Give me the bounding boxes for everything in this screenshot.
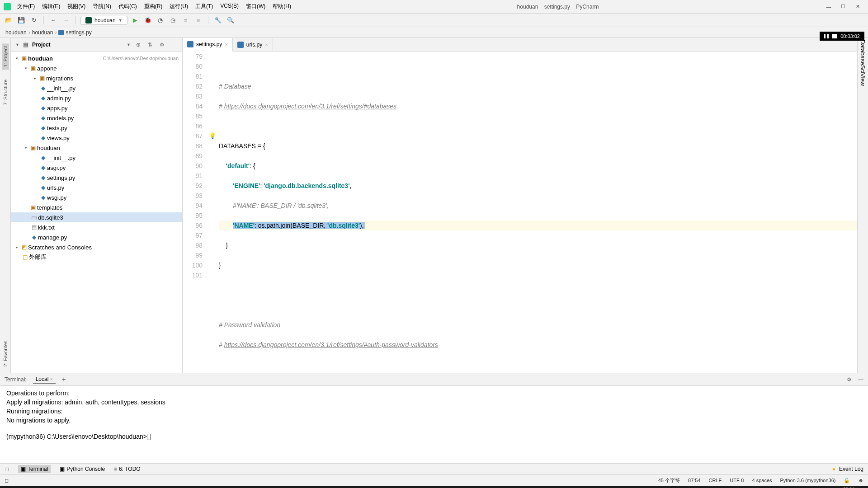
status-line-separator[interactable]: CRLF [709, 478, 722, 483]
tool-structure-button[interactable]: 7: Structure [2, 77, 9, 108]
expand-arrow-icon[interactable]: ▸ [32, 76, 38, 80]
tree-file[interactable]: ◆settings.py [11, 173, 182, 183]
tool-sciview-button[interactable]: SciView [859, 65, 866, 86]
coverage-icon[interactable]: ◔ [156, 15, 165, 25]
debug-icon[interactable]: 🐞 [143, 15, 153, 25]
editor-tab-settings[interactable]: settings.py× [183, 38, 233, 52]
tree-file[interactable]: ◆manage.py [11, 232, 182, 242]
terminal-tool-button[interactable]: ▣ Terminal [18, 465, 51, 473]
close-tab-icon[interactable]: × [50, 377, 53, 382]
run-icon[interactable]: ▶ [130, 15, 140, 25]
breadcrumb-item[interactable]: houduan [5, 29, 27, 36]
close-button[interactable]: ✕ [851, 2, 864, 11]
menu-window[interactable]: 窗口(W) [243, 2, 268, 11]
search-icon[interactable]: 🔍 [226, 15, 236, 25]
tool-database-button[interactable]: Database [859, 40, 866, 65]
tree-file[interactable]: ◆tests.py [11, 123, 182, 133]
hide-panels-icon[interactable]: ◻ [5, 466, 9, 472]
terminal-prompt[interactable]: (mypython36) C:\Users\lenovo\Desktop\hou… [6, 432, 862, 441]
status-indent[interactable]: 4 spaces [752, 478, 772, 483]
stop-icon[interactable]: ■ [193, 15, 203, 25]
forward-icon[interactable]: → [61, 15, 71, 25]
sync-icon[interactable]: ↻ [29, 15, 39, 25]
chevron-down-icon[interactable]: ▼ [127, 42, 131, 47]
tree-file[interactable]: ◆urls.py [11, 183, 182, 192]
run-config-selector[interactable]: houduan ▼ [80, 16, 127, 25]
tree-file[interactable]: ◆asgi.py [11, 163, 182, 173]
tree-folder[interactable]: ▣templates [11, 202, 182, 212]
breadcrumb-item[interactable]: settings.py [66, 29, 91, 36]
tree-external-libs[interactable]: ◫外部库 [11, 252, 182, 262]
expand-arrow-icon[interactable]: ▸ [14, 245, 20, 249]
code-content[interactable]: # Database # https://docs.djangoproject.… [217, 52, 857, 373]
tree-file[interactable]: ◆admin.py [11, 93, 182, 103]
expand-arrow-icon[interactable]: ▾ [23, 145, 29, 150]
maximize-button[interactable]: ☐ [836, 2, 850, 11]
tree-file[interactable]: ◆__init__.py [11, 83, 182, 93]
project-tree[interactable]: ▾ ▣ houduan C:\Users\lenovo\Desktop\houd… [11, 52, 182, 373]
tree-file[interactable]: ◆apps.py [11, 103, 182, 113]
tree-folder[interactable]: ▾▣houduan [11, 143, 182, 153]
hide-icon[interactable]: — [170, 42, 178, 48]
chevron-down-icon[interactable]: ▼ [15, 42, 19, 47]
menu-tools[interactable]: 工具(T) [193, 2, 216, 11]
settings-icon[interactable]: ⚙ [847, 376, 852, 383]
menu-navigate[interactable]: 导航(N) [90, 2, 114, 11]
tree-file[interactable]: ▤kkk.txt [11, 222, 182, 232]
menu-edit[interactable]: 编辑(E) [39, 2, 63, 11]
expand-arrow-icon[interactable]: ▾ [23, 66, 29, 70]
tree-file[interactable]: ◆__init__.py [11, 153, 182, 163]
new-terminal-icon[interactable]: + [62, 375, 66, 384]
todo-tool-button[interactable]: ≡ 6: TODO [114, 466, 141, 472]
breadcrumb-item[interactable]: houduan [32, 29, 53, 36]
status-encoding[interactable]: UTF-8 [730, 478, 744, 483]
tree-folder[interactable]: ▸▣migrations [11, 73, 182, 83]
close-tab-icon[interactable]: × [225, 42, 227, 47]
lock-icon[interactable]: 🔓 [844, 478, 850, 483]
terminal-output[interactable]: Operations to perform: Apply all migrati… [0, 386, 868, 463]
menu-vcs[interactable]: VCS(S) [217, 2, 241, 11]
tool-favorites-button[interactable]: 2: Favorites [2, 338, 9, 369]
tree-root[interactable]: ▾ ▣ houduan C:\Users\lenovo\Desktop\houd… [11, 53, 182, 63]
hide-icon[interactable]: — [858, 376, 863, 383]
status-caret-pos[interactable]: 87:54 [688, 478, 701, 483]
expand-icon[interactable]: ⇅ [146, 42, 154, 48]
editor-tab-urls[interactable]: urls.py× [233, 38, 273, 51]
open-icon[interactable]: 📂 [4, 15, 14, 25]
python-console-tool-button[interactable]: ▣ Python Console [60, 466, 105, 472]
stop-recording-icon[interactable] [832, 34, 837, 38]
tree-file[interactable]: ◆wsgi.py [11, 192, 182, 202]
terminal-tab-local[interactable]: Local × [33, 375, 56, 384]
ide-status-icon[interactable]: ☻ [858, 478, 863, 483]
intention-bulb-icon[interactable]: 💡 [209, 131, 216, 141]
menu-refactor[interactable]: 重构(R) [142, 2, 165, 11]
locate-icon[interactable]: ⊕ [134, 42, 142, 48]
pause-recording-icon[interactable] [824, 34, 829, 38]
concurrency-icon[interactable]: ≡ [181, 15, 191, 25]
save-icon[interactable]: 💾 [16, 15, 26, 25]
settings-icon[interactable]: 🔧 [213, 15, 223, 25]
event-log-button[interactable]: Event Log [832, 466, 863, 472]
tree-file-selected[interactable]: 🗃db.sqlite3 [11, 212, 182, 222]
expand-arrow-icon[interactable]: ▾ [14, 56, 20, 61]
tree-file[interactable]: ◆views.py [11, 133, 182, 143]
code-editor[interactable]: 7980818283848586878889909192939495969798… [183, 52, 857, 373]
back-icon[interactable]: ← [48, 15, 58, 25]
menu-help[interactable]: 帮助(H) [270, 2, 294, 11]
tool-project-button[interactable]: 1: Project [2, 43, 9, 70]
status-indicator-icon[interactable]: ◻ [5, 478, 9, 483]
tree-scratches[interactable]: ▸◩Scratches and Consoles [11, 242, 182, 252]
close-tab-icon[interactable]: × [265, 42, 268, 47]
settings-icon[interactable]: ⚙ [158, 42, 166, 48]
profile-icon[interactable]: ◷ [168, 15, 178, 25]
project-tool-window: ▼ ▤ Project ▼ ⊕ ⇅ ⚙ — ▾ ▣ houduan C:\Use… [11, 38, 183, 373]
minimize-button[interactable]: — [822, 2, 835, 11]
breadcrumb: houduan › houduan › settings.py [0, 27, 868, 38]
tree-file[interactable]: ◆models.py [11, 113, 182, 123]
tree-folder[interactable]: ▾▣appone [11, 63, 182, 73]
menu-run[interactable]: 运行(U) [167, 2, 191, 11]
menu-view[interactable]: 视图(V) [65, 2, 88, 11]
status-interpreter[interactable]: Python 3.6 (mypython36) [780, 478, 836, 483]
menu-file[interactable]: 文件(F) [14, 2, 38, 11]
menu-code[interactable]: 代码(C) [116, 2, 140, 11]
